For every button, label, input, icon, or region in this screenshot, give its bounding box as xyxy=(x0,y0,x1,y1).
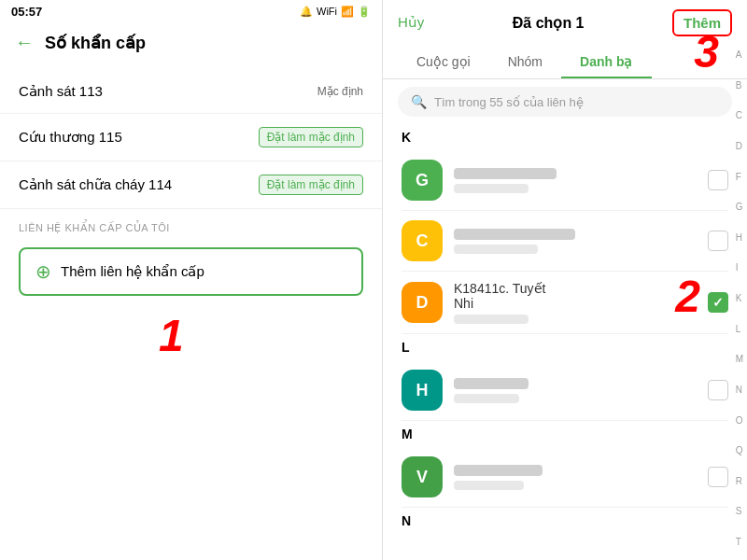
tab-groups[interactable]: Nhóm xyxy=(489,45,561,78)
contact-name-m1 xyxy=(454,465,543,476)
avatar-l1: H xyxy=(402,370,443,411)
section-m-header: M xyxy=(387,421,743,447)
battery-icon: 🔋 xyxy=(358,6,371,18)
contact-row-k1[interactable]: G xyxy=(387,150,743,210)
back-button[interactable]: ← xyxy=(15,32,34,53)
add-contact-label: Thêm liên hệ khẩn cấp xyxy=(61,263,204,280)
contact-info-k2 xyxy=(454,229,697,254)
contact-phone-k1 xyxy=(454,184,529,193)
page-title-left: Số khẩn cấp xyxy=(45,33,146,53)
time-display: 05:57 xyxy=(11,5,42,19)
left-panel: 05:57 🔔 WiFi 📶 🔋 ← Số khẩn cấp Cảnh sát … xyxy=(0,0,383,560)
contact-info-m1 xyxy=(454,465,697,490)
avatar-k1: G xyxy=(402,160,443,201)
wifi-icon: WiFi xyxy=(317,6,337,17)
contact-row-k2[interactable]: C xyxy=(387,211,743,271)
checkbox-k2[interactable] xyxy=(708,231,728,251)
contacts-scroll-area[interactable]: K G C D xyxy=(383,124,747,560)
status-bar-left: 05:57 🔔 WiFi 📶 🔋 xyxy=(0,0,382,22)
section-n-header: N xyxy=(387,508,743,534)
tabs-bar: Cuộc gọi Nhóm Danh bạ xyxy=(383,45,747,79)
contact-badge-ambulance[interactable]: Đặt làm mặc định xyxy=(259,127,363,147)
contact-item-fire: Cảnh sát chữa cháy 114 Đặt làm mặc định xyxy=(0,161,382,209)
top-bar-left: ← Số khẩn cấp xyxy=(0,22,382,63)
contact-item-police: Cảnh sát 113 Mặc định xyxy=(0,70,382,114)
right-top-bar: Hủy Đã chọn 1 Thêm xyxy=(383,0,747,45)
section-l-header: L xyxy=(387,334,743,360)
checkbox-k3[interactable] xyxy=(708,292,728,313)
tab-calls[interactable]: Cuộc gọi xyxy=(398,45,489,78)
contact-name-k2 xyxy=(454,229,575,240)
contact-phone-k3 xyxy=(454,315,529,324)
checkbox-m1[interactable] xyxy=(708,467,728,487)
signal-icon: 📶 xyxy=(341,6,354,18)
contact-row-l1[interactable]: H xyxy=(387,360,743,420)
add-emergency-contact-button[interactable]: ⊕ Thêm liên hệ khẩn cấp xyxy=(19,247,363,296)
right-panel: Hủy Đã chọn 1 Thêm Cuộc gọi Nhóm Danh bạ… xyxy=(383,0,747,560)
checkbox-k1[interactable] xyxy=(708,170,728,190)
contact-name-l1 xyxy=(454,378,529,389)
avatar-k3: D xyxy=(402,282,443,323)
contact-item-ambulance: Cứu thương 115 Đặt làm mặc định xyxy=(0,114,382,161)
contact-phone-k2 xyxy=(454,245,538,254)
checkbox-l1[interactable] xyxy=(708,380,728,400)
alpha-index[interactable]: A B C D F G H I K L M N O Q R S T xyxy=(734,47,745,551)
contact-info-k1 xyxy=(454,168,697,193)
search-icon: 🔍 xyxy=(411,94,427,109)
notification-icon: 🔔 xyxy=(300,6,313,18)
contact-info-l1 xyxy=(454,378,697,403)
them-button[interactable]: Thêm xyxy=(672,9,732,36)
avatar-m1: V xyxy=(402,456,443,497)
contact-name-fire: Cảnh sát chữa cháy 114 xyxy=(19,176,172,193)
plus-icon: ⊕ xyxy=(35,260,51,283)
tab-contacts[interactable]: Danh bạ xyxy=(561,45,651,78)
section-k-header: K xyxy=(387,124,743,150)
avatar-k2: C xyxy=(402,220,443,261)
selected-count-label: Đã chọn 1 xyxy=(513,14,585,32)
search-bar[interactable]: 🔍 Tìm trong 55 số của liên hệ xyxy=(398,87,732,117)
contact-name-k1 xyxy=(454,168,557,179)
contact-phone-l1 xyxy=(454,394,519,403)
cancel-button[interactable]: Hủy xyxy=(398,14,424,31)
contact-row-k3[interactable]: D K18411c. Tuyết Nhi xyxy=(387,272,743,333)
contact-badge-fire[interactable]: Đặt làm mặc định xyxy=(259,175,363,195)
section-label-emergency: LIÊN HỆ KHẨN CẤP CỦA TÔI xyxy=(0,209,382,240)
contact-name-k3: K18411c. Tuyết Nhi xyxy=(454,281,566,311)
contact-name-ambulance: Cứu thương 115 xyxy=(19,129,122,146)
search-placeholder-text: Tìm trong 55 số của liên hệ xyxy=(434,95,584,109)
contact-info-k3: K18411c. Tuyết Nhi xyxy=(454,281,697,324)
contact-badge-police: Mặc định xyxy=(317,85,363,98)
contact-phone-m1 xyxy=(454,481,524,490)
emergency-contact-list: Cảnh sát 113 Mặc định Cứu thương 115 Đặt… xyxy=(0,63,382,560)
contact-name-police: Cảnh sát 113 xyxy=(19,83,103,100)
contact-row-m1[interactable]: V xyxy=(387,447,743,507)
status-icons: 🔔 WiFi 📶 🔋 xyxy=(300,6,371,18)
